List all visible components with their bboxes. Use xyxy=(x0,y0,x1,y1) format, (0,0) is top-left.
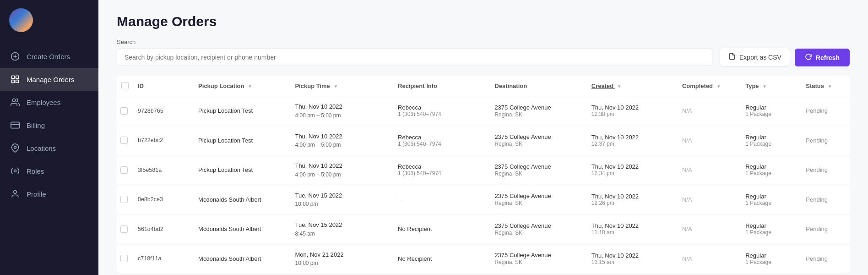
cell-completed: N/A xyxy=(678,155,741,185)
cell-type: Regular 1 Package xyxy=(741,155,801,185)
sidebar-item-billing[interactable]: Billing xyxy=(0,114,98,137)
cell-pickup-location: Mcdonalds South Albert xyxy=(194,185,290,214)
action-buttons: Export as CSV Refresh xyxy=(720,48,850,66)
refresh-icon xyxy=(805,53,812,62)
cell-status: Pending xyxy=(801,244,850,273)
sidebar-label-profile: Profile xyxy=(27,190,46,198)
sort-icon-type: ▼ xyxy=(762,84,767,89)
main-content: Manage Orders Search Export as CSV xyxy=(98,0,868,275)
cell-pickup-time: Thu, Nov 10 2022 4:00 pm – 5:00 pm xyxy=(290,126,393,155)
col-header-pickup-time[interactable]: Pickup Time ▼ xyxy=(290,76,393,96)
sidebar-item-locations[interactable]: Locations xyxy=(0,137,98,160)
credit-card-icon xyxy=(10,120,20,130)
sort-icon-pickup: ▼ xyxy=(248,84,252,89)
cell-destination: 2375 College Avenue Regina, SK xyxy=(490,214,586,244)
cell-created: Thu, Nov 10 2022 12:34 pm xyxy=(587,155,678,185)
svg-rect-8 xyxy=(11,122,19,128)
col-header-completed[interactable]: Completed ▼ xyxy=(678,76,741,96)
cell-completed: N/A xyxy=(678,185,741,214)
file-icon xyxy=(728,53,736,61)
sidebar-label-create-orders: Create Orders xyxy=(27,53,70,60)
table-row: 9728b765 Pickup Location Test Thu, Nov 1… xyxy=(117,96,850,126)
cell-status: Pending xyxy=(801,155,850,185)
sidebar-item-roles[interactable]: Roles xyxy=(0,160,98,182)
row-checkbox-cell xyxy=(117,126,133,155)
table-row: 561d4bd2 Mcdonalds South Albert Tue, Nov… xyxy=(117,214,850,244)
cell-status: Pending xyxy=(801,185,850,214)
cell-type: Regular 1 Package xyxy=(741,214,801,244)
sidebar-label-employees: Employees xyxy=(27,99,60,106)
cell-id: c718f11a xyxy=(133,244,194,273)
svg-point-7 xyxy=(12,99,16,102)
sidebar-item-create-orders[interactable]: Create Orders xyxy=(0,45,98,68)
orders-table-container: ID Pickup Location ▼ Pickup Time ▼ Recip… xyxy=(98,76,868,275)
cell-recipient: Rebecca1 (306) 540–7974 xyxy=(393,126,490,155)
row-checkbox-cell xyxy=(117,244,133,273)
row-select-checkbox[interactable] xyxy=(120,107,128,115)
refresh-button[interactable]: Refresh xyxy=(795,49,850,66)
cell-type: Regular 1 Package xyxy=(741,244,801,273)
cell-destination: 2375 College Avenue Regina, SK xyxy=(490,126,586,155)
cell-pickup-time: Thu, Nov 10 2022 4:00 pm – 5:00 pm xyxy=(290,96,393,126)
sidebar-item-manage-orders[interactable]: Manage Orders xyxy=(0,68,98,91)
col-header-destination: Destination xyxy=(490,76,586,96)
cell-completed: N/A xyxy=(678,96,741,126)
sort-icon-status: ▼ xyxy=(828,84,832,89)
row-select-checkbox[interactable] xyxy=(120,137,128,144)
col-header-pickup-location[interactable]: Pickup Location ▼ xyxy=(194,76,290,96)
row-select-checkbox[interactable] xyxy=(120,255,128,262)
table-row: b722ebc2 Pickup Location Test Thu, Nov 1… xyxy=(117,126,850,155)
search-label: Search xyxy=(117,38,850,45)
cell-pickup-location: Mcdonalds South Albert xyxy=(194,244,290,273)
col-header-type[interactable]: Type ▼ xyxy=(741,76,801,96)
cell-completed: N/A xyxy=(678,244,741,273)
cell-status: Pending xyxy=(801,96,850,126)
refresh-label: Refresh xyxy=(816,54,840,61)
sidebar-item-employees[interactable]: Employees xyxy=(0,91,98,114)
page-title: Manage Orders xyxy=(117,14,850,29)
sidebar-item-profile[interactable]: Profile xyxy=(0,182,98,205)
sort-icon-created: ▼ xyxy=(617,84,622,89)
cell-status: Pending xyxy=(801,126,850,155)
svg-rect-6 xyxy=(16,80,19,83)
cell-created: Thu, Nov 10 2022 11:15 am xyxy=(587,244,678,273)
cell-pickup-location: Mcdonalds South Albert xyxy=(194,214,290,244)
row-checkbox-cell xyxy=(117,96,133,126)
cell-type: Regular 1 Package xyxy=(741,96,801,126)
search-row: Export as CSV Refresh xyxy=(117,48,850,66)
svg-rect-5 xyxy=(12,80,15,83)
table-row: 0e8b2ce3 Mcdonalds South Albert Tue, Nov… xyxy=(117,185,850,214)
cell-pickup-location: Pickup Location Test xyxy=(194,155,290,185)
cell-completed: N/A xyxy=(678,126,741,155)
search-input[interactable] xyxy=(117,49,712,66)
sidebar-logo xyxy=(0,0,98,40)
col-header-created[interactable]: Created ▼ xyxy=(587,76,678,96)
cell-completed: N/A xyxy=(678,214,741,244)
sidebar-label-roles: Roles xyxy=(27,167,44,175)
svg-point-11 xyxy=(14,170,16,172)
cell-pickup-time: Tue, Nov 15 2022 10:00 pm xyxy=(290,185,393,214)
row-select-checkbox[interactable] xyxy=(120,166,128,174)
orders-table: ID Pickup Location ▼ Pickup Time ▼ Recip… xyxy=(117,76,850,273)
cell-destination: 2375 College Avenue Regina, SK xyxy=(490,155,586,185)
cell-created: Thu, Nov 10 2022 12:26 pm xyxy=(587,185,678,214)
avatar xyxy=(9,8,33,32)
cell-pickup-location: Pickup Location Test xyxy=(194,96,290,126)
row-checkbox-cell xyxy=(117,185,133,214)
row-select-checkbox[interactable] xyxy=(120,196,128,203)
row-checkbox-cell xyxy=(117,155,133,185)
export-csv-button[interactable]: Export as CSV xyxy=(720,48,790,66)
cell-id: 561d4bd2 xyxy=(133,214,194,244)
col-header-status[interactable]: Status ▼ xyxy=(801,76,850,96)
cell-destination: 2375 College Avenue Regina, SK xyxy=(490,244,586,273)
svg-rect-3 xyxy=(12,76,15,79)
svg-point-12 xyxy=(14,191,17,194)
cell-destination: 2375 College Avenue Regina, SK xyxy=(490,185,586,214)
sidebar: Create Orders Manage Orders Employees xyxy=(0,0,98,275)
cell-pickup-time: Mon, Nov 21 2022 10:00 pm xyxy=(290,244,393,273)
cell-recipient: Rebecca1 (306) 540–7974 xyxy=(393,96,490,126)
cell-recipient: No Recipient xyxy=(393,244,490,273)
row-select-checkbox[interactable] xyxy=(120,226,128,233)
select-all-checkbox[interactable] xyxy=(121,82,129,89)
cell-created: Thu, Nov 10 2022 11:18 am xyxy=(587,214,678,244)
